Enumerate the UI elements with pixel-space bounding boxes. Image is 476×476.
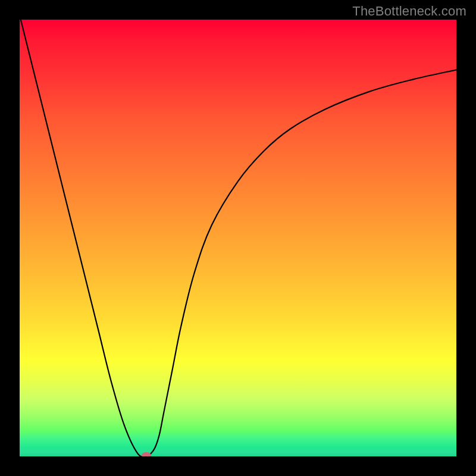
plot-area [20, 20, 456, 456]
bottleneck-curve [20, 20, 456, 456]
attribution-label: TheBottleneck.com [352, 4, 466, 19]
optimal-point-marker [142, 452, 151, 456]
chart-container: TheBottleneck.com [0, 0, 476, 476]
